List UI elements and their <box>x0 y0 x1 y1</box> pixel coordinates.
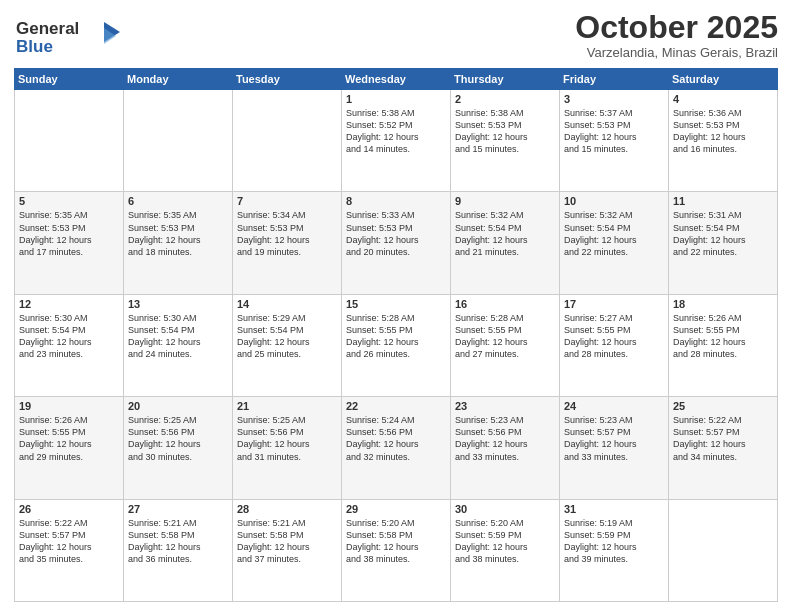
calendar-week-1: 5Sunrise: 5:35 AM Sunset: 5:53 PM Daylig… <box>15 192 778 294</box>
day-number: 17 <box>564 298 664 310</box>
cell-content: Sunrise: 5:38 AM Sunset: 5:53 PM Dayligh… <box>455 107 555 156</box>
calendar-cell: 3Sunrise: 5:37 AM Sunset: 5:53 PM Daylig… <box>560 90 669 192</box>
day-header-thursday: Thursday <box>451 69 560 90</box>
calendar-cell: 12Sunrise: 5:30 AM Sunset: 5:54 PM Dayli… <box>15 294 124 396</box>
cell-content: Sunrise: 5:28 AM Sunset: 5:55 PM Dayligh… <box>346 312 446 361</box>
calendar-cell: 1Sunrise: 5:38 AM Sunset: 5:52 PM Daylig… <box>342 90 451 192</box>
day-number: 10 <box>564 195 664 207</box>
logo-text-block: General Blue <box>14 14 124 62</box>
day-header-wednesday: Wednesday <box>342 69 451 90</box>
calendar-table: SundayMondayTuesdayWednesdayThursdayFrid… <box>14 68 778 602</box>
calendar-week-3: 19Sunrise: 5:26 AM Sunset: 5:55 PM Dayli… <box>15 397 778 499</box>
day-number: 8 <box>346 195 446 207</box>
calendar-cell: 18Sunrise: 5:26 AM Sunset: 5:55 PM Dayli… <box>669 294 778 396</box>
calendar-cell: 23Sunrise: 5:23 AM Sunset: 5:56 PM Dayli… <box>451 397 560 499</box>
cell-content: Sunrise: 5:23 AM Sunset: 5:57 PM Dayligh… <box>564 414 664 463</box>
day-number: 23 <box>455 400 555 412</box>
calendar-cell: 28Sunrise: 5:21 AM Sunset: 5:58 PM Dayli… <box>233 499 342 601</box>
day-header-saturday: Saturday <box>669 69 778 90</box>
calendar-cell: 2Sunrise: 5:38 AM Sunset: 5:53 PM Daylig… <box>451 90 560 192</box>
cell-content: Sunrise: 5:33 AM Sunset: 5:53 PM Dayligh… <box>346 209 446 258</box>
cell-content: Sunrise: 5:35 AM Sunset: 5:53 PM Dayligh… <box>128 209 228 258</box>
cell-content: Sunrise: 5:26 AM Sunset: 5:55 PM Dayligh… <box>19 414 119 463</box>
cell-content: Sunrise: 5:22 AM Sunset: 5:57 PM Dayligh… <box>19 517 119 566</box>
calendar-cell: 9Sunrise: 5:32 AM Sunset: 5:54 PM Daylig… <box>451 192 560 294</box>
calendar-cell <box>15 90 124 192</box>
calendar-cell: 22Sunrise: 5:24 AM Sunset: 5:56 PM Dayli… <box>342 397 451 499</box>
cell-content: Sunrise: 5:35 AM Sunset: 5:53 PM Dayligh… <box>19 209 119 258</box>
calendar-cell: 10Sunrise: 5:32 AM Sunset: 5:54 PM Dayli… <box>560 192 669 294</box>
calendar-cell: 15Sunrise: 5:28 AM Sunset: 5:55 PM Dayli… <box>342 294 451 396</box>
day-number: 4 <box>673 93 773 105</box>
calendar-week-2: 12Sunrise: 5:30 AM Sunset: 5:54 PM Dayli… <box>15 294 778 396</box>
calendar-cell: 19Sunrise: 5:26 AM Sunset: 5:55 PM Dayli… <box>15 397 124 499</box>
calendar-cell <box>124 90 233 192</box>
day-number: 25 <box>673 400 773 412</box>
day-number: 30 <box>455 503 555 515</box>
day-number: 12 <box>19 298 119 310</box>
day-number: 18 <box>673 298 773 310</box>
day-number: 15 <box>346 298 446 310</box>
cell-content: Sunrise: 5:27 AM Sunset: 5:55 PM Dayligh… <box>564 312 664 361</box>
day-number: 7 <box>237 195 337 207</box>
day-header-tuesday: Tuesday <box>233 69 342 90</box>
calendar-cell: 8Sunrise: 5:33 AM Sunset: 5:53 PM Daylig… <box>342 192 451 294</box>
day-number: 16 <box>455 298 555 310</box>
calendar-cell: 21Sunrise: 5:25 AM Sunset: 5:56 PM Dayli… <box>233 397 342 499</box>
calendar-cell: 4Sunrise: 5:36 AM Sunset: 5:53 PM Daylig… <box>669 90 778 192</box>
day-number: 19 <box>19 400 119 412</box>
svg-text:Blue: Blue <box>16 37 53 56</box>
cell-content: Sunrise: 5:25 AM Sunset: 5:56 PM Dayligh… <box>128 414 228 463</box>
day-number: 29 <box>346 503 446 515</box>
day-number: 20 <box>128 400 228 412</box>
calendar-cell: 6Sunrise: 5:35 AM Sunset: 5:53 PM Daylig… <box>124 192 233 294</box>
cell-content: Sunrise: 5:24 AM Sunset: 5:56 PM Dayligh… <box>346 414 446 463</box>
calendar-cell: 14Sunrise: 5:29 AM Sunset: 5:54 PM Dayli… <box>233 294 342 396</box>
day-number: 26 <box>19 503 119 515</box>
day-number: 31 <box>564 503 664 515</box>
day-number: 27 <box>128 503 228 515</box>
logo: General Blue <box>14 14 124 62</box>
calendar-cell: 25Sunrise: 5:22 AM Sunset: 5:57 PM Dayli… <box>669 397 778 499</box>
day-number: 5 <box>19 195 119 207</box>
cell-content: Sunrise: 5:20 AM Sunset: 5:58 PM Dayligh… <box>346 517 446 566</box>
cell-content: Sunrise: 5:25 AM Sunset: 5:56 PM Dayligh… <box>237 414 337 463</box>
calendar-cell: 5Sunrise: 5:35 AM Sunset: 5:53 PM Daylig… <box>15 192 124 294</box>
cell-content: Sunrise: 5:32 AM Sunset: 5:54 PM Dayligh… <box>455 209 555 258</box>
calendar-cell: 16Sunrise: 5:28 AM Sunset: 5:55 PM Dayli… <box>451 294 560 396</box>
calendar-cell: 30Sunrise: 5:20 AM Sunset: 5:59 PM Dayli… <box>451 499 560 601</box>
calendar-cell: 24Sunrise: 5:23 AM Sunset: 5:57 PM Dayli… <box>560 397 669 499</box>
cell-content: Sunrise: 5:37 AM Sunset: 5:53 PM Dayligh… <box>564 107 664 156</box>
location: Varzelandia, Minas Gerais, Brazil <box>575 45 778 60</box>
day-number: 2 <box>455 93 555 105</box>
cell-content: Sunrise: 5:19 AM Sunset: 5:59 PM Dayligh… <box>564 517 664 566</box>
header: General Blue October 2025 Varzelandia, M… <box>14 10 778 62</box>
day-number: 22 <box>346 400 446 412</box>
calendar-cell: 27Sunrise: 5:21 AM Sunset: 5:58 PM Dayli… <box>124 499 233 601</box>
cell-content: Sunrise: 5:30 AM Sunset: 5:54 PM Dayligh… <box>19 312 119 361</box>
day-number: 9 <box>455 195 555 207</box>
calendar-cell: 29Sunrise: 5:20 AM Sunset: 5:58 PM Dayli… <box>342 499 451 601</box>
day-number: 28 <box>237 503 337 515</box>
cell-content: Sunrise: 5:31 AM Sunset: 5:54 PM Dayligh… <box>673 209 773 258</box>
calendar-cell: 17Sunrise: 5:27 AM Sunset: 5:55 PM Dayli… <box>560 294 669 396</box>
cell-content: Sunrise: 5:21 AM Sunset: 5:58 PM Dayligh… <box>237 517 337 566</box>
day-number: 6 <box>128 195 228 207</box>
day-number: 3 <box>564 93 664 105</box>
day-header-friday: Friday <box>560 69 669 90</box>
page: General Blue October 2025 Varzelandia, M… <box>0 0 792 612</box>
day-number: 24 <box>564 400 664 412</box>
cell-content: Sunrise: 5:26 AM Sunset: 5:55 PM Dayligh… <box>673 312 773 361</box>
calendar-week-4: 26Sunrise: 5:22 AM Sunset: 5:57 PM Dayli… <box>15 499 778 601</box>
cell-content: Sunrise: 5:34 AM Sunset: 5:53 PM Dayligh… <box>237 209 337 258</box>
day-number: 21 <box>237 400 337 412</box>
cell-content: Sunrise: 5:30 AM Sunset: 5:54 PM Dayligh… <box>128 312 228 361</box>
cell-content: Sunrise: 5:22 AM Sunset: 5:57 PM Dayligh… <box>673 414 773 463</box>
cell-content: Sunrise: 5:32 AM Sunset: 5:54 PM Dayligh… <box>564 209 664 258</box>
calendar-week-0: 1Sunrise: 5:38 AM Sunset: 5:52 PM Daylig… <box>15 90 778 192</box>
calendar-cell <box>233 90 342 192</box>
day-number: 14 <box>237 298 337 310</box>
cell-content: Sunrise: 5:20 AM Sunset: 5:59 PM Dayligh… <box>455 517 555 566</box>
calendar-header-row: SundayMondayTuesdayWednesdayThursdayFrid… <box>15 69 778 90</box>
day-number: 13 <box>128 298 228 310</box>
